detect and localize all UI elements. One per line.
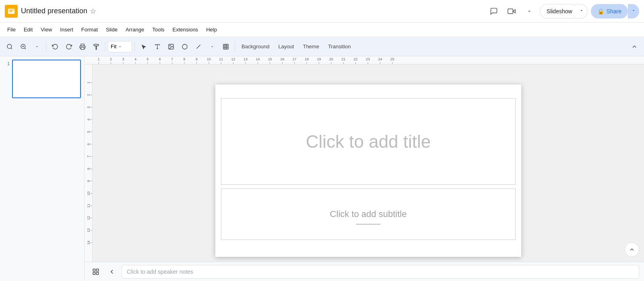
canvas-row: 1234567891011121314 Click to add title C… <box>85 64 644 262</box>
print-btn[interactable] <box>76 40 89 53</box>
present-dropdown-btn[interactable] <box>522 4 537 19</box>
svg-rect-1 <box>9 10 14 10</box>
title-bar-right: Slideshow 🔒 Share <box>487 4 639 19</box>
slideshow-button[interactable]: Slideshow <box>540 4 579 19</box>
star-icon[interactable]: ☆ <box>90 7 96 16</box>
toolbar-collapse-btn[interactable] <box>628 40 641 53</box>
slide-divider <box>356 224 380 225</box>
table-btn[interactable] <box>219 40 232 53</box>
zoom-btn[interactable] <box>17 40 30 53</box>
menu-bar: File Edit View Insert Format Slide Arran… <box>0 23 644 37</box>
canvas-wrapper: 1234567891011121314151617181920212223242… <box>85 56 644 281</box>
line-btn[interactable] <box>192 40 205 53</box>
collapse-panel-btn[interactable] <box>105 265 118 278</box>
redo-btn[interactable] <box>62 40 75 53</box>
svg-marker-3 <box>513 9 515 12</box>
subtitle-placeholder[interactable]: Click to add subtitle <box>221 188 516 240</box>
svg-text:7: 7 <box>87 155 91 157</box>
app-logo[interactable] <box>5 5 18 18</box>
menu-extensions[interactable]: Extensions <box>169 24 202 35</box>
menu-edit[interactable]: Edit <box>20 24 37 35</box>
share-dropdown-button[interactable] <box>628 4 639 19</box>
svg-line-6 <box>11 48 12 49</box>
menu-format[interactable]: Format <box>77 24 102 35</box>
paint-format-btn[interactable] <box>90 40 103 53</box>
svg-rect-4 <box>508 9 513 14</box>
menu-insert[interactable]: Insert <box>56 24 77 35</box>
svg-text:6: 6 <box>159 57 161 61</box>
svg-rect-102 <box>97 269 99 271</box>
svg-text:5: 5 <box>147 57 149 61</box>
comments-icon-btn[interactable] <box>487 4 501 19</box>
svg-text:6: 6 <box>87 143 91 145</box>
svg-text:12: 12 <box>87 216 91 220</box>
svg-text:2: 2 <box>110 57 112 61</box>
svg-point-5 <box>7 44 12 49</box>
menu-arrange[interactable]: Arrange <box>122 24 148 35</box>
svg-rect-2 <box>9 11 12 12</box>
svg-rect-104 <box>97 272 99 274</box>
toolbar: Fit Background Layout Theme Transition <box>0 37 644 56</box>
svg-text:9: 9 <box>87 180 91 182</box>
slide-canvas[interactable]: Click to add title Click to add subtitle <box>215 85 521 257</box>
svg-text:10: 10 <box>87 191 91 195</box>
zoom-select[interactable]: Fit <box>108 41 132 52</box>
svg-text:8: 8 <box>183 57 185 61</box>
share-button[interactable]: 🔒 Share <box>591 4 628 19</box>
ruler-corner <box>85 56 93 64</box>
select-arrow-btn[interactable] <box>137 40 150 53</box>
h-ruler: 1234567891011121314151617181920212223242… <box>93 56 644 64</box>
svg-text:18: 18 <box>305 57 309 61</box>
undo-btn[interactable] <box>49 40 62 53</box>
svg-rect-11 <box>81 47 84 49</box>
slide-row-1: 1 <box>3 60 81 98</box>
divider-2 <box>105 42 105 52</box>
layout-btn[interactable]: Layout <box>274 40 298 53</box>
grid-view-btn[interactable] <box>89 265 102 278</box>
menu-help[interactable]: Help <box>202 24 221 35</box>
canvas-scroll[interactable]: Click to add title Click to add subtitle <box>93 64 644 262</box>
search-tool-btn[interactable] <box>3 40 16 53</box>
background-btn[interactable]: Background <box>237 40 273 53</box>
subtitle-placeholder-text: Click to add subtitle <box>330 209 407 219</box>
image-btn[interactable] <box>165 40 178 53</box>
menu-tools[interactable]: Tools <box>148 24 168 35</box>
shape-btn[interactable] <box>178 40 191 53</box>
svg-text:1: 1 <box>98 57 100 61</box>
svg-text:13: 13 <box>87 228 91 232</box>
svg-text:23: 23 <box>366 57 370 61</box>
speaker-notes-area[interactable]: Click to add speaker notes <box>122 265 639 279</box>
present-icon-btn[interactable] <box>504 4 519 19</box>
slideshow-dropdown-button[interactable] <box>576 4 588 19</box>
slide-panel: 1 <box>0 56 85 281</box>
slide-number-1: 1 <box>3 60 10 66</box>
svg-text:12: 12 <box>231 57 235 61</box>
main-area: 1 12345678910111213141516171819202122232… <box>0 56 644 281</box>
text-btn[interactable] <box>151 40 164 53</box>
svg-rect-18 <box>223 44 228 49</box>
menu-slide[interactable]: Slide <box>102 24 122 35</box>
menu-view[interactable]: View <box>37 24 56 35</box>
svg-text:7: 7 <box>171 57 173 61</box>
line-dropdown-btn[interactable] <box>206 40 219 53</box>
bottom-bar: Click to add speaker notes <box>85 262 644 281</box>
title-placeholder[interactable]: Click to add title <box>221 98 516 185</box>
svg-text:10: 10 <box>207 57 211 61</box>
theme-btn[interactable]: Theme <box>299 40 323 53</box>
svg-text:17: 17 <box>293 57 297 61</box>
slide-thumbnail-1[interactable] <box>12 60 81 98</box>
scroll-to-top-btn[interactable] <box>625 242 639 257</box>
svg-text:4: 4 <box>134 57 136 61</box>
transition-btn[interactable]: Transition <box>324 40 355 53</box>
menu-file[interactable]: File <box>3 24 20 35</box>
doc-title[interactable]: Untitled presentation <box>21 7 87 15</box>
svg-text:4: 4 <box>87 118 91 120</box>
zoom-value: Fit <box>111 43 116 50</box>
share-lock-icon: 🔒 <box>597 8 604 14</box>
share-group: 🔒 Share <box>591 4 639 19</box>
svg-text:2: 2 <box>87 94 91 96</box>
svg-point-16 <box>182 44 187 49</box>
svg-text:20: 20 <box>329 57 333 61</box>
zoom-dropdown-btn[interactable] <box>31 40 43 53</box>
svg-rect-101 <box>93 269 95 271</box>
